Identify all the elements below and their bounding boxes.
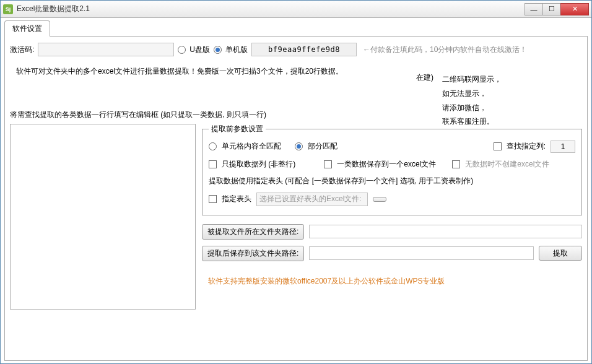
window-title: Excel批量数据提取2.1	[17, 4, 525, 14]
app-icon: Sj	[3, 4, 13, 14]
radio-full-match[interactable]	[209, 142, 217, 150]
checkbox-column-only[interactable]	[209, 160, 217, 168]
build-label: 在建)	[416, 72, 433, 83]
tab-settings[interactable]: 软件设置	[4, 20, 50, 37]
footer-note: 软件支持完整版安装的微软office2007及以上办公软件或金山WPS专业版	[202, 276, 582, 287]
window-frame: Sj Excel批量数据提取2.1 — ☐ ✕ 软件设置 激活码: U盘版 单机…	[0, 0, 592, 364]
header-tip: 提取数据使用指定表头 (可配合 [一类数据保存到一个文件] 选项, 用于工资表制…	[209, 176, 473, 186]
side-note-line: 联系客服注册。	[442, 115, 578, 129]
side-note-line: 如无法显示，	[442, 87, 578, 101]
checkbox-search-column[interactable]	[494, 142, 502, 150]
tab-content: 激活码: U盘版 单机版 ←付款备注填此码，10分钟内软件自动在线激活！ 在建)…	[4, 37, 588, 361]
side-note-line: 请添加微信，	[442, 101, 578, 115]
machine-code[interactable]	[251, 43, 357, 56]
checkbox-fixed-header-label: 指定表头	[222, 194, 251, 204]
extract-button[interactable]: 提取	[539, 246, 582, 261]
side-note-line: 二维码联网显示，	[442, 72, 578, 87]
checkbox-one-file[interactable]	[324, 160, 332, 168]
activation-row: 激活码: U盘版 单机版 ←付款备注填此码，10分钟内软件自动在线激活！	[10, 43, 582, 56]
checkbox-column-only-label: 只提取数据列 (非整行)	[222, 159, 295, 170]
minimize-button[interactable]: —	[525, 3, 543, 15]
header-file-input[interactable]	[256, 193, 368, 206]
search-terms-textarea[interactable]	[10, 124, 196, 310]
right-column: 提取前参数设置 单元格内容全匹配 部分匹配 查找指定列:	[202, 124, 582, 310]
checkbox-search-column-label: 查找指定列:	[507, 141, 546, 152]
radio-partial-match-label: 部分匹配	[308, 141, 337, 152]
radio-usb-label: U盘版	[189, 45, 210, 55]
checkbox-fixed-header[interactable]	[209, 195, 217, 203]
checkbox-no-create	[452, 160, 460, 168]
lower-panel: 提取前参数设置 单元格内容全匹配 部分匹配 查找指定列:	[10, 124, 582, 310]
column-spinner[interactable]	[551, 141, 575, 153]
header-browse-button[interactable]	[373, 197, 386, 202]
radio-single-label: 单机版	[225, 45, 248, 55]
save-path-button[interactable]: 提取后保存到该文件夹路径:	[202, 246, 304, 261]
tab-strip: 软件设置	[4, 20, 588, 37]
titlebar[interactable]: Sj Excel批量数据提取2.1 — ☐ ✕	[1, 1, 591, 18]
radio-partial-match[interactable]	[295, 142, 303, 150]
radio-full-match-label: 单元格内容全匹配	[222, 141, 281, 152]
radio-usb-version[interactable]	[178, 46, 186, 54]
source-path-input[interactable]	[309, 225, 582, 238]
window-controls: — ☐ ✕	[525, 3, 589, 15]
activation-label: 激活码:	[10, 45, 34, 55]
activation-hint: ←付款备注填此码，10分钟内软件自动在线激活！	[363, 45, 527, 55]
radio-single-version[interactable]	[214, 46, 222, 54]
client-area: 软件设置 激活码: U盘版 单机版 ←付款备注填此码，10分钟内软件自动在线激活…	[1, 18, 591, 363]
params-legend: 提取前参数设置	[209, 124, 266, 134]
close-button[interactable]: ✕	[560, 3, 589, 15]
checkbox-one-file-label: 一类数据保存到一个excel文件	[337, 159, 436, 170]
side-note: 二维码联网显示， 如无法显示， 请添加微信， 联系客服注册。	[442, 72, 578, 129]
save-path-input[interactable]	[309, 246, 534, 260]
source-path-button[interactable]: 被提取文件所在文件夹路径:	[202, 224, 304, 240]
activation-input[interactable]	[38, 43, 174, 56]
params-fieldset: 提取前参数设置 单元格内容全匹配 部分匹配 查找指定列:	[202, 124, 582, 215]
checkbox-no-create-label: 无数据时不创建excel文件	[465, 159, 549, 170]
maximize-button[interactable]: ☐	[542, 3, 561, 15]
